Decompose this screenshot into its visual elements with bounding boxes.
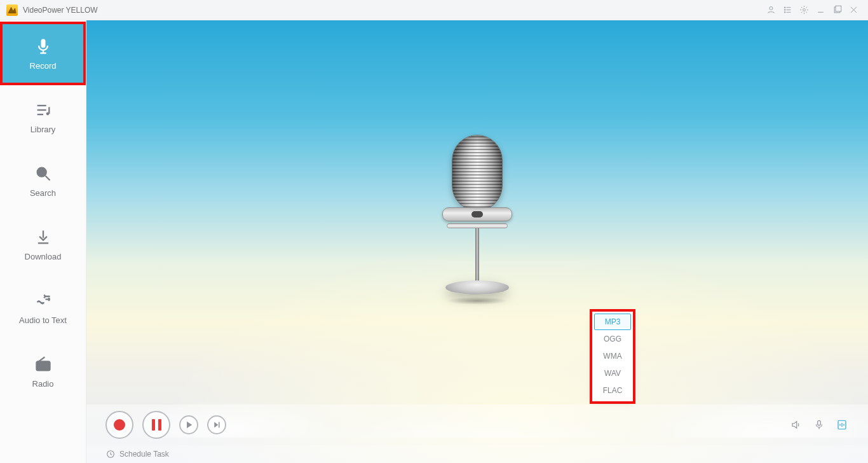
pause-icon: [152, 419, 161, 431]
app-logo-icon: [6, 4, 18, 16]
sound-source-icon[interactable]: [789, 418, 803, 432]
svg-point-1: [784, 7, 785, 8]
svg-line-21: [45, 176, 50, 180]
format-option-ogg[interactable]: OGG: [594, 331, 631, 347]
svg-point-5: [784, 11, 785, 13]
sidebar-item-label: Radio: [32, 379, 54, 389]
svg-point-3: [784, 10, 785, 11]
format-option-mp3[interactable]: MP3: [594, 314, 631, 330]
library-icon: [34, 100, 53, 120]
format-option-flac[interactable]: FLAC: [594, 382, 631, 399]
radio-icon: [34, 355, 53, 374]
play-button[interactable]: [179, 415, 198, 434]
playback-controls: [86, 404, 868, 445]
minimize-icon[interactable]: [812, 2, 829, 18]
sidebar-item-label: Download: [25, 252, 62, 261]
sidebar-item-label: Search: [30, 188, 56, 198]
settings-gear-icon[interactable]: [796, 2, 812, 18]
record-dot-icon: [114, 419, 125, 431]
footer-bar: Schedule Task: [86, 445, 868, 463]
clock-icon: [105, 449, 116, 459]
svg-rect-10: [836, 6, 841, 11]
sidebar-item-label: Library: [31, 125, 56, 134]
sidebar-item-search[interactable]: Search: [0, 149, 86, 212]
format-option-wma[interactable]: WMA: [594, 348, 631, 364]
sidebar: Record Library Search Download Audio to: [0, 20, 86, 463]
download-icon: [34, 228, 53, 247]
svg-point-24: [44, 363, 48, 368]
format-option-wav[interactable]: WAV: [594, 365, 631, 382]
sidebar-item-record[interactable]: Record: [0, 22, 86, 85]
play-icon: [183, 419, 194, 431]
mic-source-icon[interactable]: [812, 418, 826, 432]
app-title: VideoPower YELLOW: [23, 6, 98, 15]
next-button[interactable]: [207, 415, 226, 434]
record-button[interactable]: [105, 411, 133, 439]
audio-to-text-icon: [34, 291, 53, 310]
sidebar-item-audio-to-text[interactable]: Audio to Text: [0, 276, 86, 340]
svg-rect-29: [818, 420, 821, 425]
main-record-view: MP3 OGG WMA WAV FLAC: [86, 20, 868, 463]
close-icon[interactable]: [845, 2, 862, 18]
pause-button[interactable]: [142, 411, 170, 439]
account-icon[interactable]: [763, 2, 779, 18]
sidebar-item-library[interactable]: Library: [0, 85, 86, 149]
titlebar: VideoPower YELLOW: [0, 0, 868, 20]
microphone-icon: [34, 37, 53, 56]
svg-point-7: [803, 9, 805, 11]
tasklist-icon[interactable]: [779, 2, 796, 18]
svg-rect-28: [219, 422, 220, 428]
sidebar-item-label: Audio to Text: [19, 315, 67, 325]
svg-point-20: [37, 167, 46, 176]
format-dropdown[interactable]: MP3 OGG WMA WAV FLAC: [592, 312, 633, 401]
format-select-icon[interactable]: [835, 418, 849, 432]
svg-rect-13: [41, 39, 45, 48]
maximize-icon[interactable]: [829, 2, 845, 18]
next-icon: [211, 419, 222, 431]
schedule-task-link[interactable]: Schedule Task: [119, 450, 169, 459]
sidebar-item-label: Record: [30, 61, 57, 71]
sidebar-item-download[interactable]: Download: [0, 212, 86, 276]
svg-point-0: [770, 7, 773, 10]
search-icon: [34, 164, 53, 183]
sidebar-item-radio[interactable]: Radio: [0, 340, 86, 403]
